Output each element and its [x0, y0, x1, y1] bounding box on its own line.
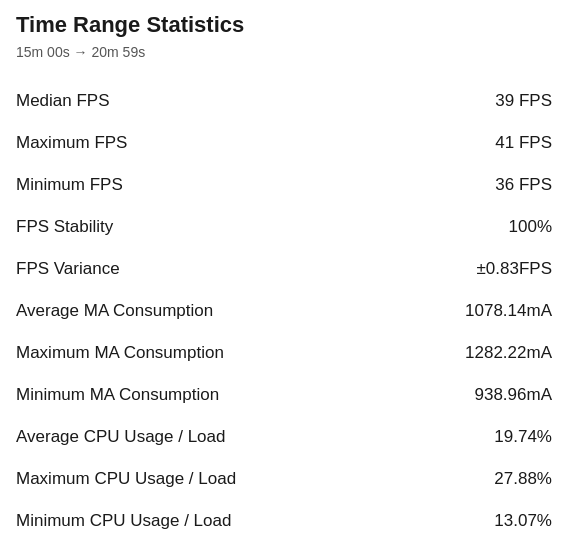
stat-label: Maximum FPS	[16, 122, 400, 164]
table-row: Minimum FPS36 FPS	[16, 164, 552, 206]
stat-label: Average MA Consumption	[16, 290, 400, 332]
stat-label: Maximum MA Consumption	[16, 332, 400, 374]
table-row: FPS Stability100%	[16, 206, 552, 248]
table-row: FPS Variance±0.83FPS	[16, 248, 552, 290]
time-range-label: 15m 00s → 20m 59s	[16, 44, 552, 60]
stat-label: Minimum CPU Usage / Load	[16, 500, 400, 542]
table-row: Average MA Consumption1078.14mA	[16, 290, 552, 332]
stat-value: 39 FPS	[400, 80, 552, 122]
stat-label: Average CPU Usage / Load	[16, 416, 400, 458]
table-row: Minimum MA Consumption938.96mA	[16, 374, 552, 416]
stat-value: 938.96mA	[400, 374, 552, 416]
table-row: Average CPU Usage / Load19.74%	[16, 416, 552, 458]
table-row: Median FPS39 FPS	[16, 80, 552, 122]
stat-value: 41 FPS	[400, 122, 552, 164]
stat-value: 19.74%	[400, 416, 552, 458]
stat-value: 1078.14mA	[400, 290, 552, 332]
stat-label: FPS Stability	[16, 206, 400, 248]
table-row: Maximum MA Consumption1282.22mA	[16, 332, 552, 374]
table-row: Maximum CPU Usage / Load27.88%	[16, 458, 552, 500]
stat-value: 27.88%	[400, 458, 552, 500]
stat-value: ±0.83FPS	[400, 248, 552, 290]
stats-table: Median FPS39 FPSMaximum FPS41 FPSMinimum…	[16, 80, 552, 542]
table-row: Minimum CPU Usage / Load13.07%	[16, 500, 552, 542]
stat-value: 1282.22mA	[400, 332, 552, 374]
stat-label: Maximum CPU Usage / Load	[16, 458, 400, 500]
stat-label: FPS Variance	[16, 248, 400, 290]
stat-label: Median FPS	[16, 80, 400, 122]
stat-value: 100%	[400, 206, 552, 248]
page-title: Time Range Statistics	[16, 12, 552, 38]
stat-label: Minimum FPS	[16, 164, 400, 206]
stat-label: Minimum MA Consumption	[16, 374, 400, 416]
table-row: Maximum FPS41 FPS	[16, 122, 552, 164]
stat-value: 36 FPS	[400, 164, 552, 206]
stat-value: 13.07%	[400, 500, 552, 542]
